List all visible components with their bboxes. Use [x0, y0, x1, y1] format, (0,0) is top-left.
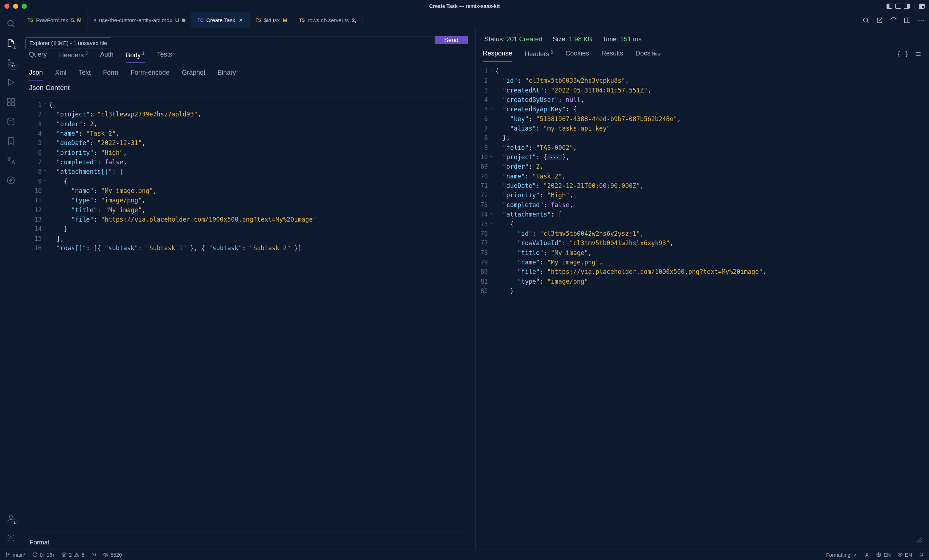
request-body-editor[interactable]: 1▾{2 "project": "cl3tlewvp2739e7hsz7apld…	[29, 98, 468, 532]
activity-bar: 1 72	[0, 12, 22, 549]
account-badge: 1	[11, 519, 18, 525]
person-icon[interactable]	[864, 552, 869, 557]
brackets-icon[interactable]: { }	[897, 50, 909, 58]
editor-tab[interactable]: TSRowForm.tsx5, M	[22, 12, 88, 28]
refresh-icon[interactable]	[890, 17, 897, 24]
git-sync[interactable]: 0↓ 16↑	[32, 552, 55, 558]
language-1[interactable]: EN	[876, 552, 891, 558]
tab-label: use-the-custom-entity-api.mdx	[99, 17, 172, 23]
format-button[interactable]: Format	[22, 536, 475, 549]
titlebar-layout-controls	[886, 3, 924, 9]
status-bar: main* 0↓ 16↑ 2 6 5520 Formatting: ✓ EN	[0, 549, 929, 560]
svg-point-18	[6, 556, 7, 557]
svg-point-15	[921, 20, 922, 21]
database-icon[interactable]	[5, 116, 16, 127]
layout-left-icon[interactable]	[886, 4, 892, 9]
response-tab-results[interactable]: Results	[601, 50, 623, 58]
request-tab-auth[interactable]: Auth	[100, 51, 113, 59]
body-type-xml[interactable]: Xml	[55, 69, 66, 77]
body-type-form-encode[interactable]: Form-encode	[130, 69, 169, 77]
explorer-icon[interactable]: 1	[5, 38, 16, 49]
body-type-json[interactable]: Json	[29, 69, 43, 77]
body-type-graphql[interactable]: Graphql	[182, 69, 205, 77]
search-in-tab-icon[interactable]	[862, 17, 869, 24]
tab-label: $id.tsx	[264, 17, 280, 23]
editor-tab[interactable]: TS$id.tsxM	[250, 12, 293, 28]
body-type-binary[interactable]: Binary	[218, 69, 236, 77]
svg-point-11	[10, 537, 12, 539]
scm-badge: 72	[9, 64, 18, 70]
explorer-tooltip: Explorer (⇧⌘E) - 1 unsaved file	[25, 37, 111, 49]
request-tab-body[interactable]: Body1	[126, 51, 145, 59]
json-content-title: Json Content	[22, 80, 475, 95]
source-control-icon[interactable]: 72	[5, 57, 16, 68]
more-icon[interactable]	[917, 17, 924, 24]
response-tab-response[interactable]: Response	[483, 50, 512, 58]
resize-handle-icon[interactable]	[915, 536, 923, 544]
svg-point-10	[9, 515, 13, 518]
open-external-icon[interactable]	[876, 17, 883, 24]
tab-label: Create Task	[206, 17, 235, 23]
tab-lang-badge: TS	[299, 18, 305, 23]
bell-icon[interactable]	[918, 552, 924, 557]
account-icon[interactable]: 1	[5, 513, 16, 524]
tab-lang-badge: TC	[198, 18, 203, 23]
thunder-icon[interactable]	[5, 175, 16, 186]
send-button[interactable]: Send	[435, 36, 468, 44]
problems[interactable]: 2 6	[61, 552, 84, 558]
window-title: Create Task — remix-saas-kit	[429, 3, 500, 9]
response-body-editor[interactable]: 1▾{2 "id": "cl3tmv5tb0033w2hs3vcpku8s",3…	[476, 64, 929, 549]
tab-modifier: M	[283, 17, 287, 23]
split-icon[interactable]	[904, 17, 911, 24]
close-icon[interactable]	[238, 17, 244, 23]
body-type-form[interactable]: Form	[103, 69, 118, 77]
explorer-badge: 1	[11, 44, 18, 50]
formatting-status[interactable]: Formatting: ✓	[826, 552, 857, 558]
run-debug-icon[interactable]	[5, 77, 16, 88]
tab-lang-badge: TS	[256, 18, 261, 23]
body-type-text[interactable]: Text	[79, 69, 91, 77]
svg-rect-7	[12, 103, 14, 106]
svg-rect-4	[7, 98, 10, 101]
layout-center-icon[interactable]	[895, 4, 901, 9]
editor-tabs: TSRowForm.tsx5, M≡use-the-custom-entity-…	[22, 12, 929, 28]
time-label: Time:	[602, 35, 618, 43]
response-tab-headers[interactable]: Headers6	[525, 50, 553, 58]
svg-point-12	[863, 18, 868, 22]
response-status-row: Status: 201 Created Size: 1.98 KB Time: …	[476, 28, 929, 43]
status-label: Status:	[484, 35, 505, 43]
svg-point-0	[8, 20, 13, 26]
extensions-icon[interactable]	[5, 96, 16, 107]
response-tools: { }	[897, 50, 922, 58]
language-2[interactable]: EN	[897, 552, 912, 558]
layout-right-icon[interactable]	[904, 4, 910, 9]
layout-grid-icon[interactable]	[919, 4, 924, 9]
traffic-lights	[5, 4, 27, 9]
search-icon[interactable]	[5, 18, 16, 29]
menu-icon[interactable]	[915, 50, 922, 58]
tab-label: RowForm.tsx	[36, 17, 68, 23]
request-tab-tests[interactable]: Tests	[157, 51, 172, 59]
svg-point-16	[923, 20, 924, 21]
minimize-window[interactable]	[13, 4, 18, 9]
eye-icon[interactable]: 5520	[103, 552, 122, 558]
unsaved-dot-icon	[182, 18, 185, 22]
svg-point-17	[6, 553, 7, 554]
bookmark-icon[interactable]	[5, 136, 16, 147]
git-branch[interactable]: main*	[5, 552, 26, 558]
editor-tab[interactable]: ≡use-the-custom-entity-api.mdxU	[88, 12, 192, 28]
gear-icon[interactable]	[5, 532, 16, 543]
response-tab-cookies[interactable]: Cookies	[566, 50, 589, 58]
svg-point-3	[12, 62, 14, 64]
editor-tab[interactable]: TSrows.db.server.ts2,	[293, 12, 362, 28]
zoom-window[interactable]	[22, 4, 27, 9]
close-window[interactable]	[5, 4, 9, 9]
translate-icon[interactable]	[5, 155, 16, 166]
time-value: 151 ms	[620, 35, 642, 43]
radio-icon[interactable]	[91, 552, 97, 557]
response-tab-docs[interactable]: DocsNew	[635, 50, 661, 58]
request-tab-headers[interactable]: Headers3	[59, 51, 88, 59]
request-tab-query[interactable]: Query	[29, 51, 47, 59]
editor-tab[interactable]: TCCreate Task	[192, 12, 250, 28]
response-tabs: ResponseHeaders6CookiesResultsDocsNew{ }	[476, 43, 929, 62]
